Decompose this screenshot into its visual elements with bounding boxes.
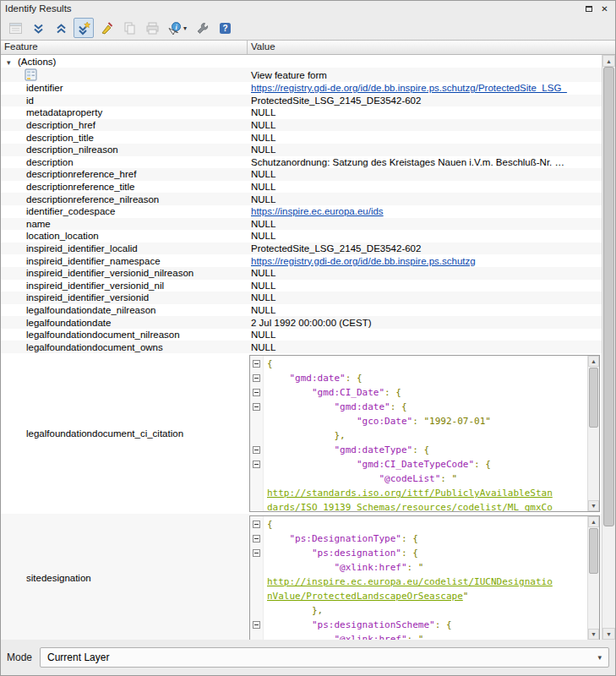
- float-panel-button[interactable]: [582, 3, 595, 14]
- mode-combobox[interactable]: Current Layer ▾: [40, 647, 609, 668]
- code-scrollbar[interactable]: ▲▼: [587, 516, 599, 640]
- help-button[interactable]: ?: [215, 18, 235, 38]
- value-text: NULL: [251, 107, 275, 117]
- value-text: 2 Jul 1992 00:00:00 (CEST): [251, 318, 372, 328]
- field-row-descriptionreference_nilreason[interactable]: descriptionreference_nilreasonNULL: [1, 193, 602, 205]
- field-row-name[interactable]: nameNULL: [1, 218, 602, 231]
- scroll-down-icon[interactable]: ▼: [588, 629, 599, 640]
- clear-results-button[interactable]: [96, 18, 117, 38]
- feature-name: inspireid_identifier_versionid: [1, 292, 248, 303]
- feature-name: identifier: [1, 83, 248, 93]
- field-row-legalfoundationdate[interactable]: legalfoundationdate2 Jul 1992 00:00:00 (…: [1, 316, 602, 329]
- field-row-descriptionreference_href[interactable]: descriptionreference_hrefNULL: [1, 168, 602, 181]
- field-row-inspireid_identifier_versionid[interactable]: inspireid_identifier_versionidNULL: [1, 292, 602, 304]
- field-row-inspireid_identifier_localid[interactable]: inspireid_identifier_localidProtectedSit…: [1, 243, 602, 255]
- field-row-inspireid_identifier_namespace[interactable]: inspireid_identifier_namespacehttps://re…: [1, 254, 602, 267]
- svg-text:?: ?: [222, 24, 227, 33]
- value-text: NULL: [251, 292, 275, 303]
- value-text: ProtectedSite_LSG_2145_DE3542-602: [251, 95, 421, 106]
- identify-mode-button[interactable]: i▾: [165, 18, 189, 38]
- field-row-identifier_codespace[interactable]: identifier_codespacehttps://inspire.ec.e…: [1, 205, 602, 218]
- code-line: {: [250, 517, 587, 532]
- close-panel-button[interactable]: ✕: [598, 3, 611, 14]
- code-line: "gmd:dateType": {: [250, 443, 587, 457]
- feature-form-icon[interactable]: [25, 68, 37, 81]
- feature-name: inspireid_identifier_versionid_nil: [1, 281, 248, 291]
- field-row-id[interactable]: idProtectedSite_LSG_2145_DE3542-602: [1, 95, 602, 107]
- field-row-inspireid_identifier_versionid_nilreason[interactable]: inspireid_identifier_versionid_nilreason…: [1, 267, 602, 280]
- scroll-up-icon[interactable]: ▲: [588, 516, 599, 527]
- tree-row-actions[interactable]: ▾(Actions): [1, 55, 602, 68]
- column-header-feature[interactable]: Feature: [1, 41, 248, 54]
- field-row-location_location[interactable]: location_locationNULL: [1, 230, 602, 243]
- value-text: NULL: [251, 219, 275, 229]
- fold-marker-icon[interactable]: [253, 403, 260, 411]
- feature-name: legalfoundationdocument_ci_citation: [1, 428, 248, 439]
- code-line: "gco:Date": "1992-07-01": [250, 414, 587, 428]
- fold-marker-icon[interactable]: [253, 461, 260, 468]
- scroll-up-icon[interactable]: ▲: [602, 55, 615, 67]
- fold-marker-icon[interactable]: [253, 535, 260, 542]
- open-form-view-button[interactable]: [5, 18, 25, 38]
- field-row-legalfoundationdocument_owns[interactable]: legalfoundationdocument_ownsNULL: [1, 341, 602, 353]
- field-row-inspireid_identifier_versionid_nil[interactable]: inspireid_identifier_versionid_nilNULL: [1, 280, 602, 292]
- fold-marker-icon[interactable]: [253, 446, 260, 454]
- value-link[interactable]: https://inspire.ec.europa.eu/ids: [251, 206, 384, 216]
- print-response-button[interactable]: [142, 18, 162, 38]
- expand-tree-button[interactable]: [28, 18, 48, 38]
- mode-combobox-value: Current Layer: [47, 651, 109, 663]
- json-code-view[interactable]: { "ps:DesignationType": { "ps:designatio…: [249, 515, 600, 640]
- field-row-description_href[interactable]: description_hrefNULL: [1, 119, 602, 132]
- fold-marker-icon[interactable]: [253, 389, 260, 396]
- field-row-descriptionreference_title[interactable]: descriptionreference_titleNULL: [1, 181, 602, 194]
- value-link[interactable]: https://registry.gdi-de.org/id/de.bb.ins…: [251, 256, 476, 266]
- feature-name: descriptionreference_nilreason: [1, 194, 248, 204]
- feature-name: legalfoundationdocument_nilreason: [1, 330, 248, 340]
- json-code-view[interactable]: { "gmd:date": { "gmd:CI_Date": { "gmd:da…: [249, 355, 600, 512]
- code-scrollbar[interactable]: ▲▼: [587, 356, 599, 511]
- expand-new-results-button[interactable]: [74, 18, 94, 38]
- fold-marker-icon[interactable]: [253, 549, 260, 557]
- scroll-down-icon[interactable]: ▼: [588, 500, 599, 511]
- scrollbar-thumb[interactable]: [589, 368, 598, 428]
- feature-name: descriptionreference_href: [1, 169, 248, 179]
- scroll-down-icon[interactable]: ▼: [602, 628, 615, 640]
- code-line: "@xlink:href": ": [250, 632, 587, 640]
- field-row-legalfoundationdocument_nilreason[interactable]: legalfoundationdocument_nilreasonNULL: [1, 329, 602, 341]
- identify-settings-button[interactable]: [192, 18, 212, 38]
- toolbar: i▾?: [1, 16, 615, 40]
- feature-name: legalfoundationdate: [1, 318, 248, 328]
- fold-marker-icon[interactable]: [253, 374, 260, 382]
- code-line: dards/ISO_19139_Schemas/resources/codeli…: [250, 500, 587, 511]
- code-line: "ps:designationScheme": {: [250, 618, 587, 632]
- panel-scrollbar[interactable]: ▲ ▼: [602, 55, 615, 640]
- feature-name: description_nilreason: [1, 144, 248, 155]
- identify-settings-icon: [195, 21, 210, 35]
- field-row-identifier[interactable]: identifierhttps://registry.gdi-de.org/id…: [1, 82, 602, 95]
- scroll-up-icon[interactable]: ▲: [588, 356, 599, 367]
- column-header-value[interactable]: Value: [248, 41, 615, 54]
- field-row-sitedesignation[interactable]: sitedesignation{ "ps:DesignationType": {…: [1, 514, 602, 640]
- scrollbar-thumb[interactable]: [589, 528, 598, 574]
- action-row-view-feature-form[interactable]: View feature form: [1, 68, 602, 82]
- collapse-tree-button[interactable]: [51, 18, 71, 38]
- value-link[interactable]: https://registry.gdi-de.org/id/de.bb.ins…: [251, 83, 567, 93]
- fold-marker-icon[interactable]: [253, 621, 260, 629]
- field-row-description_nilreason[interactable]: description_nilreasonNULL: [1, 144, 602, 156]
- field-row-metadataproperty[interactable]: metadatapropertyNULL: [1, 106, 602, 119]
- scrollbar-thumb[interactable]: [603, 67, 614, 526]
- value-text: NULL: [251, 342, 275, 352]
- field-row-description_title[interactable]: description_titleNULL: [1, 131, 602, 144]
- field-row-legalfoundationdate_nilreason[interactable]: legalfoundationdate_nilreasonNULL: [1, 304, 602, 317]
- code-line: "ps:designation": {: [250, 546, 587, 560]
- collapse-caret-icon[interactable]: ▾: [7, 58, 18, 67]
- fold-marker-icon[interactable]: [253, 360, 260, 368]
- field-row-legalfoundationdocument_ci_citation[interactable]: legalfoundationdocument_ci_citation{ "gm…: [1, 353, 602, 514]
- copy-feature-button[interactable]: [119, 18, 139, 38]
- value-text: NULL: [251, 330, 275, 340]
- action-label[interactable]: View feature form: [248, 70, 602, 80]
- print-response-icon: [145, 21, 160, 35]
- fold-marker-icon[interactable]: [253, 521, 260, 528]
- field-row-description[interactable]: descriptionSchutzanordnung: Satzung des …: [1, 156, 602, 169]
- feature-name: inspireid_identifier_versionid_nilreason: [1, 268, 248, 278]
